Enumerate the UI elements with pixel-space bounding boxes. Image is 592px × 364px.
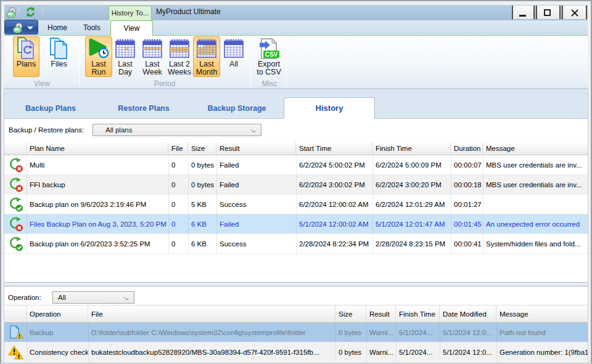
svg-text:CSV: CSV <box>265 51 278 58</box>
